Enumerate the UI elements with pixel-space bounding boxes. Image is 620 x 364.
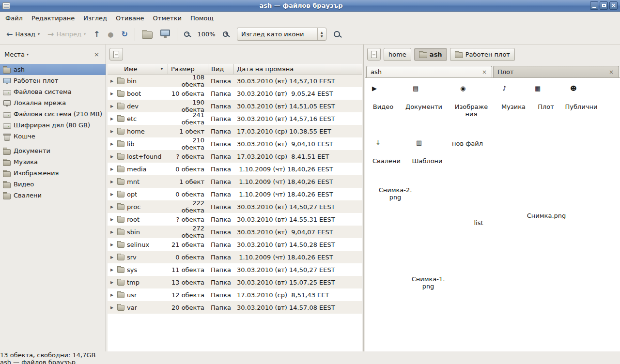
expander-icon[interactable]: ▶: [110, 79, 115, 83]
pathbar-button[interactable]: Работен плот: [450, 48, 515, 61]
file-row[interactable]: ▶ srv 0 обекта Папка 1.10.2009 (чт) 18,4…: [108, 251, 362, 263]
icon-view-item[interactable]: Снимка-2.png: [371, 184, 419, 201]
sidebar-close-icon[interactable]: ×: [92, 50, 101, 59]
expander-icon[interactable]: ▶: [110, 280, 115, 285]
icon-view-item[interactable]: ▶ Видео: [365, 85, 403, 111]
sidebar-item[interactable]: Кошче: [0, 131, 106, 142]
icon-view-item[interactable]: Снимка.png: [519, 210, 574, 220]
icon-view-item[interactable]: нов файл: [447, 138, 488, 148]
zoom-in-button[interactable]: +: [219, 29, 232, 40]
file-row[interactable]: ▶ root ? обекта Папка 30.03.2010 (вт) 14…: [108, 213, 362, 226]
forward-button[interactable]: → Напред ▾: [44, 28, 89, 41]
menu-item[interactable]: Отметки: [148, 13, 186, 24]
pathbar-button[interactable]: home: [384, 48, 411, 61]
icon-view-item[interactable]: ▦ Плот: [530, 85, 561, 111]
expander-icon[interactable]: ▶: [110, 305, 115, 310]
sidebar-item[interactable]: Документи: [0, 145, 106, 156]
file-row[interactable]: ▶ sbin 272 обекта Папка 30.03.2010 (вт) …: [108, 226, 362, 238]
expander-icon[interactable]: ▶: [110, 192, 115, 197]
icon-view-item[interactable]: ↓ Свалени: [366, 139, 407, 165]
icon-view-item[interactable]: ▥ Шаблони: [407, 139, 448, 165]
file-row[interactable]: ▶ media 0 обекта Папка 1.10.2009 (чт) 18…: [108, 163, 362, 175]
view-mode-spinner[interactable]: ▲ ▼: [317, 28, 326, 40]
icon-view-item[interactable]: ☻ Публични: [561, 85, 602, 111]
expander-icon[interactable]: ▶: [110, 142, 115, 146]
expander-icon[interactable]: ▶: [110, 180, 115, 184]
expander-icon[interactable]: ▶: [110, 154, 115, 159]
minimize-button[interactable]: [590, 1, 598, 10]
file-row[interactable]: ▶ dev 190 обекта Папка 30.03.2010 (вт) 1…: [108, 100, 362, 112]
sidebar-title[interactable]: Места: [4, 51, 25, 58]
expander-icon[interactable]: ▶: [110, 293, 115, 297]
sidebar-item[interactable]: Шифриран дял (80 GB): [0, 120, 106, 131]
menu-item[interactable]: Изглед: [79, 13, 111, 24]
sidebar-caret-icon[interactable]: ▾: [27, 52, 29, 57]
expander-icon[interactable]: ▶: [110, 129, 115, 134]
icon-view-item[interactable]: ◉ Изображения: [451, 85, 492, 118]
icon-view-item[interactable]: ♪ Музика: [493, 85, 534, 111]
up-button[interactable]: ↑: [90, 28, 103, 41]
sidebar-item[interactable]: Видео: [0, 179, 106, 190]
file-row[interactable]: ▶ lib 210 обекта Папка 30.03.2010 (вт) 9…: [108, 137, 362, 150]
expander-icon[interactable]: ▶: [110, 91, 115, 96]
expander-icon[interactable]: ▶: [110, 255, 115, 259]
sidebar-item[interactable]: Локална мрежа: [0, 97, 106, 108]
taskbar-window-button[interactable]: ash — файлов браузър: [0, 359, 620, 364]
file-row[interactable]: ▶ var 20 обекта Папка 30.03.2010 (вт) 14…: [108, 301, 362, 314]
menu-item[interactable]: Редактиране: [27, 13, 79, 24]
file-row[interactable]: ▶ sys 11 обекта Папка 30.03.2010 (вт) 14…: [108, 263, 362, 276]
sidebar-item[interactable]: Файлова система (210 MB): [0, 108, 106, 120]
titlebar[interactable]: ash — файлов браузър ×: [0, 0, 620, 12]
expander-icon[interactable]: ▶: [110, 104, 115, 108]
tab[interactable]: Плот ×: [493, 66, 619, 77]
sidebar-item[interactable]: Файлова система: [0, 86, 106, 97]
home-button[interactable]: [139, 27, 156, 42]
sidebar-item[interactable]: Музика: [0, 156, 106, 167]
expander-icon[interactable]: ▶: [110, 243, 115, 247]
icon-view-item[interactable]: Снимка-1.png: [403, 273, 453, 290]
back-dropdown-icon[interactable]: ▾: [38, 32, 40, 36]
file-row[interactable]: ▶ proc 222 обекта Папка 30.03.2010 (вт) …: [108, 200, 362, 213]
close-button[interactable]: ×: [609, 1, 618, 10]
column-header-size[interactable]: Размер: [168, 64, 208, 75]
reload-button[interactable]: ↻: [118, 28, 131, 41]
menu-item[interactable]: Файл: [1, 13, 27, 24]
tab[interactable]: ash ×: [366, 66, 492, 77]
expander-icon[interactable]: ▶: [110, 117, 115, 121]
sidebar-item[interactable]: Работен плот: [0, 75, 106, 86]
column-header-date[interactable]: Дата на промяна: [234, 64, 362, 75]
pathbar-button[interactable]: ash: [414, 48, 447, 61]
search-button[interactable]: [330, 28, 343, 40]
back-button[interactable]: ← Назад ▾: [3, 28, 43, 41]
expander-icon[interactable]: ▶: [110, 217, 115, 222]
file-row[interactable]: ▶ selinux 21 обекта Папка 30.03.2010 (вт…: [108, 238, 362, 251]
view-mode-select[interactable]: Изглед като икони ▲ ▼: [237, 28, 326, 41]
file-row[interactable]: ▶ usr 12 обекта Папка 17.03.2010 (ср) 8,…: [108, 288, 362, 301]
stop-button[interactable]: ●: [104, 28, 117, 41]
tab-close-icon[interactable]: ×: [608, 69, 615, 76]
file-row[interactable]: ▶ boot 10 обекта Папка 30.03.2010 (вт) 9…: [108, 87, 362, 100]
sidebar-item[interactable]: Свалени: [0, 190, 106, 201]
icon-view-item[interactable]: ▤ Документи: [403, 85, 444, 111]
file-row[interactable]: ▶ etc 241 обекта Папка 30.03.2010 (вт) 1…: [108, 112, 362, 125]
tab-close-icon[interactable]: ×: [481, 69, 488, 76]
file-row[interactable]: ▶ bin 108 обекта Папка 30.03.2010 (вт) 1…: [108, 75, 362, 87]
location-toggle-button[interactable]: [109, 48, 123, 61]
computer-button[interactable]: [157, 27, 173, 42]
expander-icon[interactable]: ▶: [110, 167, 115, 171]
file-row[interactable]: ▶ mnt 1 обект Папка 1.10.2009 (чт) 18,40…: [108, 175, 362, 188]
maximize-button[interactable]: [600, 1, 608, 10]
sidebar-item[interactable]: Изображения: [0, 167, 106, 179]
zoom-out-button[interactable]: −: [181, 29, 193, 40]
sidebar-item[interactable]: ash: [0, 64, 106, 75]
menu-item[interactable]: Отиване: [111, 13, 148, 24]
location-toggle-button[interactable]: [367, 48, 381, 61]
file-row[interactable]: ▶ opt 0 обекта Папка 1.10.2009 (чт) 18,4…: [108, 188, 362, 200]
expander-icon[interactable]: ▶: [110, 205, 115, 209]
column-header-type[interactable]: Вид: [208, 64, 234, 75]
file-row[interactable]: ▶ tmp 13 обекта Папка 30.03.2010 (вт) 15…: [108, 276, 362, 288]
file-row[interactable]: ▶ lost+found ? обекта Папка 17.03.2010 (…: [108, 150, 362, 163]
menu-item[interactable]: Помощ: [186, 13, 218, 24]
expander-icon[interactable]: ▶: [110, 230, 115, 234]
expander-icon[interactable]: ▶: [110, 268, 115, 272]
